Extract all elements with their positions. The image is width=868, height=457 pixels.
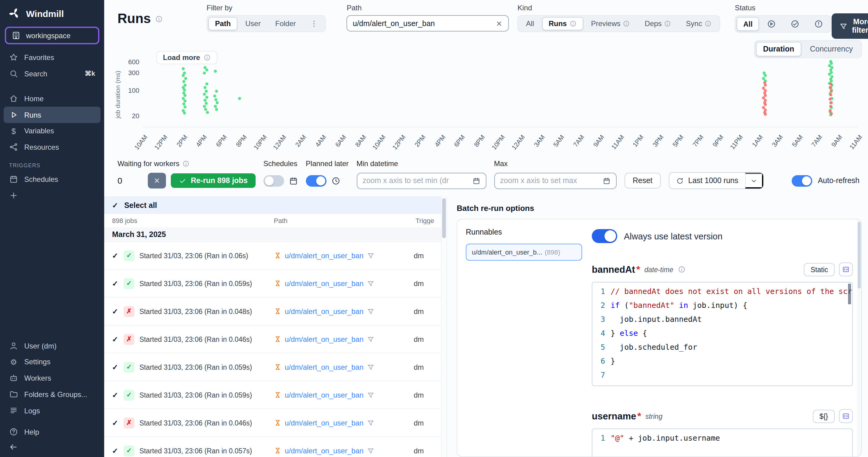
workspace-selector[interactable]: workingspace <box>5 27 99 44</box>
sidebar-item-home[interactable]: Home <box>0 90 104 107</box>
filter-by-path-icon[interactable] <box>367 280 374 287</box>
app-logo[interactable]: Windmill <box>0 0 104 25</box>
sidebar-item-search[interactable]: Search ⌘k <box>0 65 104 82</box>
filter-by-path-icon[interactable] <box>367 252 374 259</box>
scrollbar-thumb[interactable] <box>858 222 861 288</box>
path-input[interactable] <box>353 19 492 28</box>
scrollbar-thumb[interactable] <box>442 198 446 238</box>
kind-deps-button[interactable]: Deps <box>638 17 678 30</box>
row-checkbox[interactable]: ✓ <box>112 419 118 427</box>
run-path-link[interactable]: u/dm/alert_on_user_ban <box>285 307 364 315</box>
tab-duration[interactable]: Duration <box>756 42 801 56</box>
kind-sync-button[interactable]: Sync <box>679 17 718 30</box>
select-all-bar[interactable]: ✓ Select all <box>104 197 441 214</box>
kind-runs-button[interactable]: Runs <box>542 17 583 30</box>
sidebar-item-favorites[interactable]: Favorites <box>0 49 104 65</box>
kind-all-button[interactable]: All <box>519 17 541 30</box>
building-icon <box>11 31 21 40</box>
min-datetime-input[interactable] <box>363 176 468 185</box>
open-editor-button[interactable] <box>839 409 853 423</box>
filter-by-path-icon[interactable] <box>367 363 374 371</box>
bannedat-code-editor[interactable]: 1234567 // bannedAt does not exist on al… <box>592 282 853 386</box>
run-path-link[interactable]: u/dm/alert_on_user_ban <box>285 391 364 399</box>
page-title-wrap: Runs <box>118 11 163 27</box>
sidebar-item-schedules[interactable]: Schedules <box>0 171 104 187</box>
sidebar-item-logs[interactable]: Logs <box>0 402 104 419</box>
table-row[interactable]: ✓ ✓ Started 31/03, 23:06 (Ran in 0.059s)… <box>104 353 441 381</box>
tab-concurrency[interactable]: Concurrency <box>803 42 860 56</box>
sidebar-item-workers[interactable]: Workers <box>0 370 104 386</box>
collapse-sidebar-button[interactable] <box>0 440 104 457</box>
filter-by-user-button[interactable]: User <box>239 17 268 30</box>
schedules-toggle[interactable] <box>264 175 284 187</box>
run-path-link[interactable]: u/dm/alert_on_user_ban <box>285 251 364 260</box>
row-checkbox[interactable]: ✓ <box>112 391 118 399</box>
sidebar-item-settings[interactable]: ⚙ Settings <box>0 354 104 370</box>
filter-by-path-icon[interactable] <box>367 336 374 343</box>
row-checkbox[interactable]: ✓ <box>112 447 118 455</box>
clear-path-icon[interactable] <box>496 20 503 27</box>
run-path-link[interactable]: u/dm/alert_on_user_ban <box>285 363 364 371</box>
sidebar-item-help[interactable]: Help <box>0 424 104 440</box>
sidebar-item-runs[interactable]: Runs <box>4 107 100 123</box>
table-row[interactable]: ✓ ✓ Started 31/03, 23:06 (Ran in 0.059s)… <box>104 270 441 297</box>
filter-by-path-icon[interactable] <box>367 308 374 315</box>
run-path-link[interactable]: u/dm/alert_on_user_ban <box>285 335 364 343</box>
sidebar-item-user[interactable]: User (dm) <box>0 338 104 354</box>
planned-later-toggle[interactable] <box>306 175 327 187</box>
last-runs-button[interactable]: Last 1000 runs <box>669 173 745 189</box>
open-editor-button[interactable] <box>839 262 853 276</box>
latest-version-toggle[interactable] <box>592 229 617 243</box>
filter-by-more-button[interactable]: ⋮ <box>304 17 324 30</box>
template-mode-button[interactable]: ${} <box>813 409 835 423</box>
max-datetime-input[interactable] <box>500 176 599 185</box>
calendar-icon[interactable] <box>602 177 610 184</box>
duration-scatter-plot[interactable] <box>143 59 858 127</box>
filter-by-folder-button[interactable]: Folder <box>269 17 303 30</box>
rerun-jobs-button[interactable]: Re-run 898 jobs <box>171 173 256 188</box>
reset-button[interactable]: Reset <box>624 173 661 189</box>
last-runs-dropdown-button[interactable] <box>745 173 763 189</box>
row-checkbox[interactable]: ✓ <box>112 363 118 371</box>
table-row[interactable]: ✓ ✗ Started 31/03, 23:06 (Ran in 0.046s)… <box>104 409 441 437</box>
run-path-link[interactable]: u/dm/alert_on_user_ban <box>285 419 364 427</box>
code-lines[interactable]: // bannedAt does not exist on all versio… <box>611 282 852 385</box>
table-scrollbar[interactable] <box>441 196 447 457</box>
table-row[interactable]: ✓ ✓ Started 31/03, 23:06 (Ran in 0.059s)… <box>104 381 441 409</box>
code-lines[interactable]: "@" + job.input.username <box>611 429 852 457</box>
runnable-chip[interactable]: u/dm/alert_on_user_b... (898) <box>466 244 582 261</box>
status-running-button[interactable] <box>761 17 783 31</box>
info-icon[interactable] <box>678 265 685 273</box>
run-path-link[interactable]: u/dm/alert_on_user_ban <box>285 447 364 455</box>
row-checkbox[interactable]: ✓ <box>112 251 118 260</box>
row-checkbox[interactable]: ✓ <box>112 335 118 343</box>
run-path-link[interactable]: u/dm/alert_on_user_ban <box>285 279 364 288</box>
sidebar-item-variables[interactable]: $ Variables <box>0 123 104 139</box>
table-row[interactable]: ✓ ✓ Started 31/03, 23:06 (Ran in 0.057s)… <box>104 437 441 457</box>
table-row[interactable]: ✓ ✗ Started 31/03, 23:06 (Ran in 0.048s)… <box>104 297 441 325</box>
info-icon[interactable] <box>155 15 163 23</box>
status-failure-button[interactable] <box>808 17 830 31</box>
table-row[interactable]: ✓ ✓ Started 31/03, 23:06 (Ran in 0.06s) … <box>104 242 441 270</box>
status-success-button[interactable] <box>784 17 807 31</box>
sidebar-item-resources[interactable]: Resources <box>0 139 104 155</box>
username-code-editor[interactable]: 1 "@" + job.input.username <box>592 429 853 457</box>
auto-refresh-toggle[interactable] <box>792 175 812 187</box>
kind-previews-button[interactable]: Previews <box>584 17 637 30</box>
run-started-text: Started 31/03, 23:06 (Ran in 0.06s) <box>139 252 274 259</box>
status-all-button[interactable]: All <box>737 17 759 31</box>
row-checkbox[interactable]: ✓ <box>112 279 118 288</box>
add-trigger-button[interactable] <box>0 187 104 204</box>
table-row[interactable]: ✓ ✗ Started 31/03, 23:06 (Ran in 0.046s)… <box>104 325 441 353</box>
panel-scrollbar[interactable] <box>857 220 861 456</box>
filter-by-path-button[interactable]: Path <box>208 17 238 30</box>
row-checkbox[interactable]: ✓ <box>112 307 118 315</box>
filter-by-path-icon[interactable] <box>367 419 374 426</box>
static-mode-button[interactable]: Static <box>804 263 835 276</box>
editor-scrollbar-thumb[interactable] <box>848 284 851 304</box>
cancel-selection-button[interactable] <box>148 173 166 189</box>
sidebar-item-folders-groups[interactable]: Folders & Groups... <box>0 386 104 402</box>
filter-by-path-icon[interactable] <box>367 391 374 399</box>
calendar-icon[interactable] <box>472 177 480 184</box>
filter-by-path-icon[interactable] <box>367 447 374 454</box>
